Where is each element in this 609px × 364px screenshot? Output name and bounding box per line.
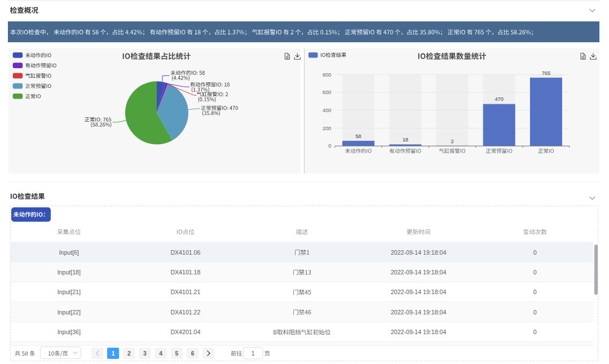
svg-text:400: 400	[323, 108, 332, 113]
svg-text:DX4201.04: DX4201.04	[170, 329, 200, 335]
svg-text:0: 0	[533, 288, 537, 295]
svg-text:200: 200	[323, 126, 332, 131]
svg-text:1: 1	[251, 350, 255, 357]
svg-text:0: 0	[328, 143, 331, 149]
svg-text:58: 58	[355, 134, 361, 139]
svg-text:2022-09-14 19:18:04: 2022-09-14 19:18:04	[391, 329, 446, 335]
svg-text:2022-09-14 19:18:04: 2022-09-14 19:18:04	[391, 249, 446, 256]
svg-text:800: 800	[323, 72, 332, 78]
svg-text:DX4101.21: DX4101.21	[170, 288, 200, 295]
svg-text:2: 2	[127, 350, 131, 357]
svg-text:18: 18	[403, 137, 408, 143]
svg-text:DX4101.18: DX4101.18	[170, 269, 200, 276]
svg-text:2022-09-14 19:18:04: 2022-09-14 19:18:04	[391, 309, 446, 316]
svg-text:0: 0	[533, 249, 537, 256]
svg-text:2022-09-14 19:18:04: 2022-09-14 19:18:04	[391, 288, 446, 295]
svg-text:Input[21]: Input[21]	[58, 288, 81, 295]
svg-text:3: 3	[143, 350, 147, 357]
svg-text:DX4101.06: DX4101.06	[170, 249, 200, 256]
svg-text:765: 765	[542, 70, 551, 76]
svg-text:4: 4	[159, 350, 162, 357]
svg-text:2: 2	[451, 139, 453, 144]
svg-text:2022-09-14 19:18:04: 2022-09-14 19:18:04	[391, 269, 446, 276]
svg-text:0: 0	[533, 309, 537, 316]
svg-text:600: 600	[323, 90, 332, 95]
svg-text:1: 1	[112, 350, 115, 357]
svg-text:0: 0	[533, 329, 537, 335]
svg-text:DX4101.22: DX4101.22	[170, 309, 200, 316]
svg-text:Input[36]: Input[36]	[58, 329, 81, 335]
svg-text:Input[22]: Input[22]	[58, 309, 81, 316]
svg-text:Input[6]: Input[6]	[59, 249, 79, 256]
svg-text:470: 470	[495, 96, 504, 102]
svg-text:6: 6	[191, 350, 195, 357]
svg-text:0: 0	[533, 269, 537, 276]
svg-text:5: 5	[175, 350, 179, 357]
svg-text:Input[18]: Input[18]	[58, 269, 81, 276]
